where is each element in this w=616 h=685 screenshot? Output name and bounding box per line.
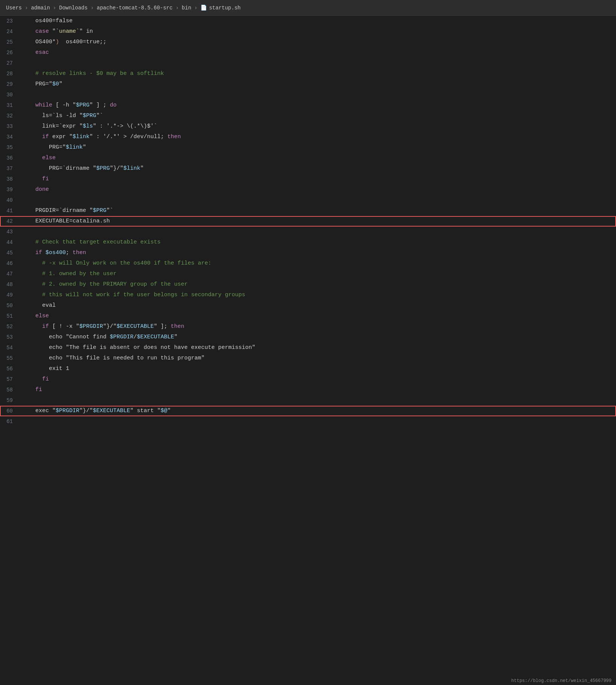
line-number: 39 [0, 184, 19, 195]
footer-url: https://blog.csdn.net/weixin_45667999 [507, 677, 616, 685]
line-content: # Check that target executable exists [19, 237, 616, 248]
line-number: 35 [0, 142, 19, 153]
line-content: # -x will Only work on the os400 if the … [19, 258, 616, 269]
line-content: if expr "$link" : '/.*' > /dev/null; the… [19, 132, 616, 142]
code-line: 43 [0, 227, 616, 237]
line-number: 40 [0, 195, 19, 206]
filename: startup.sh [209, 5, 241, 11]
line-number: 41 [0, 206, 19, 216]
code-line: 60 exec "$PRGDIR"}/"$EXECUTABLE" start "… [0, 406, 616, 416]
line-content: # this will not work if the user belongs… [19, 290, 616, 300]
code-line: 36 else [0, 153, 616, 163]
line-number: 44 [0, 237, 19, 248]
line-content: echo "This file is needed to run this pr… [19, 353, 616, 364]
line-number: 24 [0, 26, 19, 37]
line-number: 43 [0, 227, 19, 237]
line-number: 26 [0, 47, 19, 58]
sep-3: › [91, 5, 94, 11]
line-content: OS400*) os400=true;; [19, 37, 616, 47]
line-number: 51 [0, 311, 19, 321]
titlebar: Users › admain › Downloads › apache-tomc… [0, 0, 616, 16]
line-number: 27 [0, 58, 19, 68]
code-line: 51 else [0, 311, 616, 321]
sep-2: › [53, 5, 56, 11]
code-line: 46 # -x will Only work on the os400 if t… [0, 258, 616, 269]
line-content: else [19, 153, 616, 163]
path-users: Users [6, 5, 22, 11]
line-content: exit 1 [19, 364, 616, 374]
line-content [19, 195, 616, 206]
line-content: eval [19, 300, 616, 311]
line-number: 23 [0, 16, 19, 26]
line-number: 49 [0, 290, 19, 300]
code-line: 59 [0, 395, 616, 406]
sep-4: › [176, 5, 179, 11]
line-content: ls=`ls -ld "$PRG"` [19, 111, 616, 121]
code-line: 38 fi [0, 174, 616, 184]
code-line: 61 [0, 416, 616, 427]
file-icon: 📄 [200, 5, 207, 11]
line-number: 53 [0, 332, 19, 342]
line-number: 60 [0, 406, 19, 416]
code-container: 23 os400=false24 case "`uname`" in25 OS4… [0, 16, 616, 427]
line-content: fi [19, 174, 616, 184]
code-line: 31 while [ -h "$PRG" ] ; do [0, 100, 616, 111]
code-line: 55 echo "This file is needed to run this… [0, 353, 616, 364]
line-content: else [19, 311, 616, 321]
code-line: 32 ls=`ls -ld "$PRG"` [0, 111, 616, 121]
code-line: 37 PRG=`dirname "$PRG"}/"$link" [0, 163, 616, 174]
line-content [19, 58, 616, 68]
path-admain: admain [31, 5, 50, 11]
line-number: 61 [0, 416, 19, 427]
line-content: EXECUTABLE=catalina.sh [19, 216, 616, 227]
line-number: 42 [0, 216, 19, 227]
line-number: 46 [0, 258, 19, 269]
path-bin: bin [182, 5, 191, 11]
line-number: 31 [0, 100, 19, 111]
line-content: # 2. owned by the PRIMARY group of the u… [19, 279, 616, 290]
code-line: 50 eval [0, 300, 616, 311]
line-number: 56 [0, 364, 19, 374]
line-content: echo "The file is absent or does not hav… [19, 342, 616, 353]
line-content [19, 416, 616, 427]
line-number: 25 [0, 37, 19, 47]
line-number: 38 [0, 174, 19, 184]
line-content: case "`uname`" in [19, 26, 616, 37]
code-line: 44 # Check that target executable exists [0, 237, 616, 248]
line-content: fi [19, 374, 616, 385]
line-number: 28 [0, 68, 19, 79]
line-content: if $os400; then [19, 248, 616, 258]
line-number: 45 [0, 248, 19, 258]
line-content [19, 90, 616, 100]
line-content [19, 227, 616, 237]
line-number: 33 [0, 121, 19, 132]
line-number: 59 [0, 395, 19, 406]
line-number: 50 [0, 300, 19, 311]
line-number: 37 [0, 163, 19, 174]
line-content: PRG="$link" [19, 142, 616, 153]
line-number: 47 [0, 269, 19, 279]
line-content: done [19, 184, 616, 195]
line-number: 55 [0, 353, 19, 364]
code-line: 30 [0, 90, 616, 100]
line-content: while [ -h "$PRG" ] ; do [19, 100, 616, 111]
code-line: 29 PRG="$0" [0, 79, 616, 90]
code-line: 35 PRG="$link" [0, 142, 616, 153]
line-content: link=`expr "$ls" : '.*-> \(.*\)$'` [19, 121, 616, 132]
line-number: 32 [0, 111, 19, 121]
line-number: 57 [0, 374, 19, 385]
code-line: 45 if $os400; then [0, 248, 616, 258]
code-line: 56 exit 1 [0, 364, 616, 374]
code-line: 49 # this will not work if the user belo… [0, 290, 616, 300]
sep-5: › [194, 5, 197, 11]
line-content: echo "Cannot find $PRGDIR/$EXECUTABLE" [19, 332, 616, 342]
line-number: 29 [0, 79, 19, 90]
code-line: 40 [0, 195, 616, 206]
line-number: 30 [0, 90, 19, 100]
code-line: 48 # 2. owned by the PRIMARY group of th… [0, 279, 616, 290]
code-line: 23 os400=false [0, 16, 616, 26]
code-line: 57 fi [0, 374, 616, 385]
code-line: 33 link=`expr "$ls" : '.*-> \(.*\)$'` [0, 121, 616, 132]
line-number: 58 [0, 385, 19, 395]
line-content: PRGDIR=`dirname "$PRG"` [19, 206, 616, 216]
